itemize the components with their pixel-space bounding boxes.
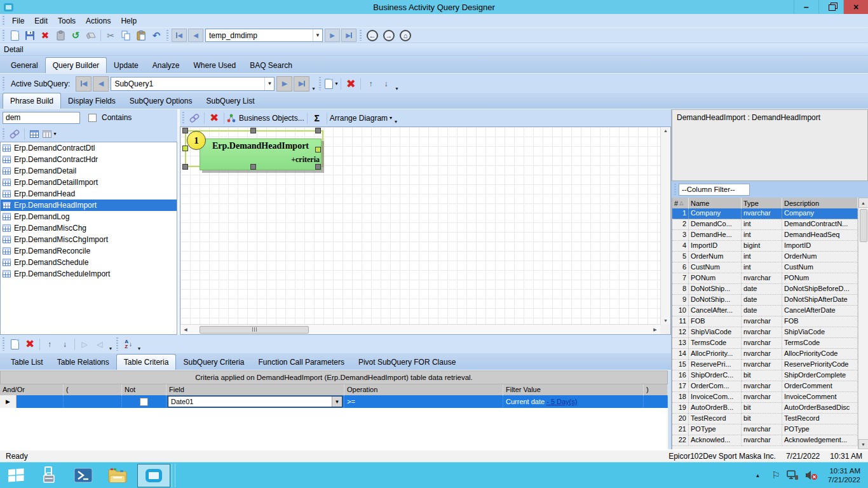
chevron-down-icon[interactable]: ▼: [332, 396, 342, 407]
action-center-flag-icon[interactable]: ⚐: [771, 470, 780, 481]
not-cell[interactable]: [122, 395, 166, 408]
field-combobox[interactable]: Date01 ▼: [168, 396, 342, 407]
column-row[interactable]: 6 CustNum int CustNum: [672, 262, 858, 273]
column-header-operation[interactable]: Operation: [344, 384, 503, 395]
delete-criteria-button[interactable]: ✖: [23, 338, 37, 351]
table-list-item[interactable]: Erp.DemandReconcile: [1, 245, 177, 257]
start-button[interactable]: [0, 463, 32, 488]
criteria-tab[interactable]: SubQuery Criteria: [176, 355, 251, 370]
column-row[interactable]: 4 ImportID bigint ImportID: [672, 241, 858, 252]
toolbar-overflow-icon[interactable]: ▾: [109, 346, 112, 353]
column-row[interactable]: 18 InvoiceCom... nvarchar InvoiceComment: [672, 392, 858, 403]
table-list-item[interactable]: Erp.DemandLog: [1, 211, 177, 222]
scroll-down-icon[interactable]: ▼: [858, 439, 868, 449]
grid-vertical-scrollbar[interactable]: ▲ ▼: [858, 198, 868, 449]
server-manager-taskbar-button[interactable]: [32, 463, 66, 488]
new-criteria-button[interactable]: [8, 338, 22, 351]
scroll-right-icon[interactable]: ▶: [650, 327, 660, 332]
chevron-down-icon[interactable]: ▼: [264, 78, 274, 90]
column-row[interactable]: 17 OrderCom... nvarchar OrderComment: [672, 381, 858, 392]
refresh-button[interactable]: ↺: [69, 29, 83, 42]
operation-cell[interactable]: >=: [344, 395, 503, 408]
column-header-name[interactable]: Name: [689, 198, 742, 208]
resize-handle[interactable]: [250, 128, 256, 133]
filter-value-link[interactable]: - 5 Day(s): [546, 398, 577, 405]
back-button[interactable]: ←: [367, 30, 378, 41]
column-header-field[interactable]: Field: [166, 384, 344, 395]
next-record-button[interactable]: ▶: [325, 29, 340, 42]
forward-button[interactable]: →: [383, 30, 395, 41]
taskbar-clock[interactable]: 10:31 AM 7/21/2022: [828, 466, 860, 484]
criteria-row[interactable]: ▶ Date01 ▼ >= Current date: [0, 395, 668, 408]
close-button[interactable]: ×: [843, 0, 868, 14]
diagram-vertical-scrollbar[interactable]: ▲ ▼: [660, 127, 670, 324]
move-down-button[interactable]: ↓: [379, 78, 393, 90]
new-subquery-button[interactable]: ▾: [324, 78, 338, 90]
andor-cell[interactable]: [17, 395, 64, 408]
menu-item[interactable]: Edit: [29, 15, 53, 27]
subquery-combobox[interactable]: SubQuery1 ▼: [111, 77, 275, 91]
table-node[interactable]: Erp.DemandHeadImport +criteria: [200, 139, 322, 170]
attachment-button[interactable]: [53, 29, 67, 42]
table-options-button[interactable]: ▾: [43, 128, 57, 140]
column-header-andor[interactable]: And/Or: [0, 384, 64, 395]
builder-tab[interactable]: SubQuery List: [199, 94, 261, 109]
toolbar-overflow-icon[interactable]: ▾: [395, 86, 398, 93]
last-subquery-button[interactable]: ▶: [294, 76, 309, 92]
move-down-button[interactable]: ↓: [58, 338, 72, 351]
column-header-description[interactable]: Description: [782, 198, 858, 208]
resize-handle[interactable]: [315, 128, 321, 133]
column-row[interactable]: 12 ShipViaCode nvarchar ShipViaCode: [672, 327, 858, 338]
scroll-left-icon[interactable]: ◀: [180, 327, 191, 332]
resize-handle[interactable]: [315, 164, 321, 170]
column-row[interactable]: 9 DoNotShip... date DoNotShipAfterDate: [672, 295, 858, 306]
table-list-item[interactable]: Erp.DemandDetail: [1, 165, 177, 177]
table-list-item[interactable]: Erp.DemandMiscChg: [1, 222, 177, 234]
resize-handle[interactable]: [250, 164, 256, 170]
chevron-down-icon[interactable]: ▼: [313, 29, 322, 41]
criteria-tab[interactable]: Table Relations: [50, 355, 116, 370]
column-header-filter-value[interactable]: Filter Value: [503, 384, 644, 395]
move-up-button[interactable]: ↑: [363, 78, 377, 90]
paste-button[interactable]: [134, 29, 148, 42]
row-selector[interactable]: ▶: [0, 395, 17, 408]
table-list-item[interactable]: Erp.DemandContractHdr: [1, 154, 177, 165]
query-diagram-canvas[interactable]: Erp.DemandHeadImport +criteria 1: [180, 127, 660, 324]
next-subquery-button[interactable]: ▶: [276, 76, 292, 92]
scrollbar-thumb[interactable]: [200, 326, 309, 334]
previous-subquery-button[interactable]: ◀: [93, 76, 109, 92]
new-button[interactable]: [8, 29, 22, 42]
column-row[interactable]: 14 AllocPriority... nvarchar AllocPriori…: [672, 349, 858, 360]
table-list-item[interactable]: Erp.DemandContractDtl: [1, 142, 177, 154]
clear-button[interactable]: [84, 29, 98, 42]
delete-node-button[interactable]: ✖: [207, 112, 221, 125]
menu-item[interactable]: Help: [116, 15, 142, 27]
main-tab[interactable]: BAQ Search: [243, 58, 299, 73]
link-tables-button[interactable]: [187, 112, 201, 125]
diagram-horizontal-scrollbar[interactable]: ◀ ▶: [180, 324, 660, 334]
network-icon[interactable]: [787, 470, 799, 480]
first-record-button[interactable]: ◀: [172, 29, 187, 42]
filter-value-cell[interactable]: Current date - 5 Day(s): [503, 395, 644, 408]
first-subquery-button[interactable]: ◀: [76, 76, 92, 92]
save-button[interactable]: [23, 29, 37, 42]
cut-button[interactable]: ✂: [104, 29, 118, 42]
column-row[interactable]: 2 DemandCo... int DemandContractN...: [672, 219, 858, 230]
table-list-item[interactable]: Erp.DemandMiscChgImport: [1, 234, 177, 245]
criteria-tab[interactable]: Function Call Parameters: [252, 355, 351, 370]
column-row[interactable]: 13 TermsCode nvarchar TermsCode: [672, 338, 858, 349]
column-row[interactable]: 8 DoNotShip... date DoNotShipBeforeD...: [672, 284, 858, 295]
table-list-item[interactable]: Erp.DemandScheduleImport: [1, 268, 177, 280]
last-record-button[interactable]: ▶: [341, 29, 356, 42]
main-tab[interactable]: Query Builder: [45, 57, 107, 73]
delete-subquery-button[interactable]: ✖: [344, 78, 358, 90]
table-list-item[interactable]: Erp.DemandSchedule: [1, 257, 177, 268]
delete-button[interactable]: ✖: [38, 29, 52, 42]
link-table-button[interactable]: [8, 128, 22, 140]
scroll-up-icon[interactable]: ▲: [661, 128, 671, 133]
column-header-not[interactable]: Not: [122, 384, 166, 395]
criteria-tab[interactable]: Pivot SubQuery FOR Clause: [351, 355, 463, 370]
menu-item[interactable]: Tools: [53, 15, 81, 27]
toolbar-overflow-icon[interactable]: ▾: [138, 346, 140, 353]
contains-checkbox[interactable]: [88, 114, 97, 122]
